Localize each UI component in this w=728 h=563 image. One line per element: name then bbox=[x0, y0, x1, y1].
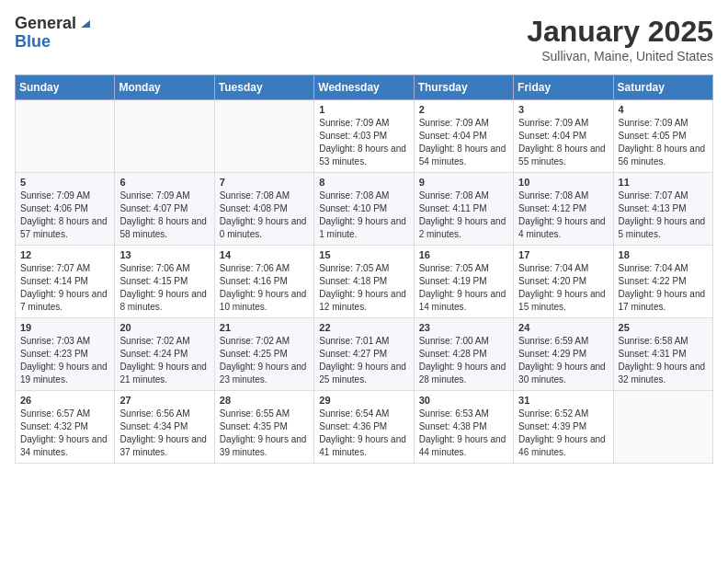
day-number: 15 bbox=[319, 249, 408, 260]
day-info: Sunrise: 7:02 AM Sunset: 4:25 PM Dayligh… bbox=[220, 335, 309, 386]
calendar-cell: 20Sunrise: 7:02 AM Sunset: 4:24 PM Dayli… bbox=[115, 318, 214, 391]
weekday-header: Saturday bbox=[613, 75, 712, 100]
calendar-cell: 8Sunrise: 7:08 AM Sunset: 4:10 PM Daylig… bbox=[314, 173, 414, 246]
calendar-cell: 22Sunrise: 7:01 AM Sunset: 4:27 PM Dayli… bbox=[314, 318, 414, 391]
calendar-cell: 1Sunrise: 7:09 AM Sunset: 4:03 PM Daylig… bbox=[314, 100, 414, 173]
day-number: 22 bbox=[319, 322, 408, 333]
day-number: 3 bbox=[518, 104, 608, 115]
calendar-cell: 15Sunrise: 7:05 AM Sunset: 4:18 PM Dayli… bbox=[314, 246, 414, 318]
calendar-cell: 17Sunrise: 7:04 AM Sunset: 4:20 PM Dayli… bbox=[514, 246, 613, 318]
day-info: Sunrise: 7:08 AM Sunset: 4:11 PM Dayligh… bbox=[419, 190, 508, 241]
day-info: Sunrise: 7:06 AM Sunset: 4:15 PM Dayligh… bbox=[119, 262, 209, 314]
day-info: Sunrise: 6:58 AM Sunset: 4:31 PM Dayligh… bbox=[619, 335, 708, 386]
day-number: 4 bbox=[619, 104, 708, 115]
calendar-cell: 3Sunrise: 7:09 AM Sunset: 4:04 PM Daylig… bbox=[514, 100, 613, 173]
day-info: Sunrise: 7:01 AM Sunset: 4:27 PM Dayligh… bbox=[319, 335, 408, 386]
logo-general-text: General bbox=[15, 15, 76, 33]
day-info: Sunrise: 7:04 AM Sunset: 4:22 PM Dayligh… bbox=[619, 262, 708, 314]
day-number: 27 bbox=[119, 395, 209, 406]
calendar-cell: 5Sunrise: 7:09 AM Sunset: 4:06 PM Daylig… bbox=[16, 173, 115, 246]
day-info: Sunrise: 7:07 AM Sunset: 4:14 PM Dayligh… bbox=[20, 262, 109, 314]
weekday-header: Monday bbox=[115, 75, 214, 100]
calendar-cell: 31Sunrise: 6:52 AM Sunset: 4:39 PM Dayli… bbox=[514, 391, 613, 464]
calendar-cell bbox=[115, 100, 214, 173]
day-number: 17 bbox=[518, 249, 608, 260]
calendar-week-row: 5Sunrise: 7:09 AM Sunset: 4:06 PM Daylig… bbox=[16, 173, 713, 246]
calendar-cell: 10Sunrise: 7:08 AM Sunset: 4:12 PM Dayli… bbox=[514, 173, 613, 246]
day-info: Sunrise: 6:57 AM Sunset: 4:32 PM Dayligh… bbox=[20, 408, 109, 459]
calendar-cell: 23Sunrise: 7:00 AM Sunset: 4:28 PM Dayli… bbox=[414, 318, 513, 391]
day-info: Sunrise: 7:04 AM Sunset: 4:20 PM Dayligh… bbox=[518, 262, 608, 314]
day-info: Sunrise: 6:56 AM Sunset: 4:34 PM Dayligh… bbox=[119, 408, 209, 459]
day-number: 16 bbox=[419, 249, 508, 260]
day-info: Sunrise: 6:52 AM Sunset: 4:39 PM Dayligh… bbox=[518, 408, 608, 459]
day-number: 24 bbox=[518, 322, 608, 333]
calendar-cell: 11Sunrise: 7:07 AM Sunset: 4:13 PM Dayli… bbox=[613, 173, 712, 246]
day-number: 18 bbox=[619, 249, 708, 260]
day-info: Sunrise: 6:59 AM Sunset: 4:29 PM Dayligh… bbox=[518, 335, 608, 386]
day-number: 23 bbox=[419, 322, 508, 333]
calendar-week-row: 1Sunrise: 7:09 AM Sunset: 4:03 PM Daylig… bbox=[16, 100, 713, 173]
day-number: 21 bbox=[220, 322, 309, 333]
day-number: 6 bbox=[119, 177, 209, 188]
day-number: 12 bbox=[20, 249, 109, 260]
calendar-cell: 4Sunrise: 7:09 AM Sunset: 4:05 PM Daylig… bbox=[613, 100, 712, 173]
weekday-header: Tuesday bbox=[214, 75, 313, 100]
weekday-header: Thursday bbox=[414, 75, 513, 100]
day-info: Sunrise: 6:54 AM Sunset: 4:36 PM Dayligh… bbox=[319, 408, 408, 459]
day-number: 5 bbox=[20, 177, 109, 188]
day-info: Sunrise: 6:53 AM Sunset: 4:38 PM Dayligh… bbox=[419, 408, 508, 459]
calendar-cell: 16Sunrise: 7:05 AM Sunset: 4:19 PM Dayli… bbox=[414, 246, 513, 318]
day-info: Sunrise: 7:09 AM Sunset: 4:04 PM Dayligh… bbox=[419, 117, 508, 168]
calendar-cell: 7Sunrise: 7:08 AM Sunset: 4:08 PM Daylig… bbox=[214, 173, 313, 246]
calendar-cell: 13Sunrise: 7:06 AM Sunset: 4:15 PM Dayli… bbox=[115, 246, 214, 318]
day-info: Sunrise: 7:08 AM Sunset: 4:10 PM Dayligh… bbox=[319, 190, 408, 241]
day-number: 9 bbox=[419, 177, 508, 188]
day-number: 2 bbox=[419, 104, 508, 115]
calendar-cell bbox=[214, 100, 313, 173]
day-number: 1 bbox=[319, 104, 408, 115]
calendar-cell: 21Sunrise: 7:02 AM Sunset: 4:25 PM Dayli… bbox=[214, 318, 313, 391]
day-info: Sunrise: 7:03 AM Sunset: 4:23 PM Dayligh… bbox=[20, 335, 109, 386]
day-info: Sunrise: 7:05 AM Sunset: 4:18 PM Dayligh… bbox=[319, 262, 408, 314]
day-number: 30 bbox=[419, 395, 508, 406]
day-number: 14 bbox=[220, 249, 309, 260]
calendar-cell: 6Sunrise: 7:09 AM Sunset: 4:07 PM Daylig… bbox=[115, 173, 214, 246]
weekday-header: Sunday bbox=[16, 75, 115, 100]
day-number: 28 bbox=[220, 395, 309, 406]
calendar-cell: 14Sunrise: 7:06 AM Sunset: 4:16 PM Dayli… bbox=[214, 246, 313, 318]
calendar-week-row: 26Sunrise: 6:57 AM Sunset: 4:32 PM Dayli… bbox=[16, 391, 713, 464]
svg-marker-0 bbox=[81, 20, 90, 28]
day-info: Sunrise: 7:09 AM Sunset: 4:03 PM Dayligh… bbox=[319, 117, 408, 168]
day-info: Sunrise: 7:05 AM Sunset: 4:19 PM Dayligh… bbox=[419, 262, 508, 314]
title-block: January 2025 Sullivan, Maine, United Sta… bbox=[527, 15, 713, 63]
calendar-week-row: 19Sunrise: 7:03 AM Sunset: 4:23 PM Dayli… bbox=[16, 318, 713, 391]
day-info: Sunrise: 7:08 AM Sunset: 4:12 PM Dayligh… bbox=[518, 190, 608, 241]
day-info: Sunrise: 7:09 AM Sunset: 4:05 PM Dayligh… bbox=[619, 117, 708, 168]
day-number: 31 bbox=[518, 395, 608, 406]
calendar-cell: 27Sunrise: 6:56 AM Sunset: 4:34 PM Dayli… bbox=[115, 391, 214, 464]
day-info: Sunrise: 7:00 AM Sunset: 4:28 PM Dayligh… bbox=[419, 335, 508, 386]
calendar-cell: 12Sunrise: 7:07 AM Sunset: 4:14 PM Dayli… bbox=[16, 246, 115, 318]
day-info: Sunrise: 7:09 AM Sunset: 4:06 PM Dayligh… bbox=[20, 190, 109, 241]
calendar-cell: 9Sunrise: 7:08 AM Sunset: 4:11 PM Daylig… bbox=[414, 173, 513, 246]
calendar-cell bbox=[16, 100, 115, 173]
day-info: Sunrise: 7:08 AM Sunset: 4:08 PM Dayligh… bbox=[220, 190, 309, 241]
day-info: Sunrise: 7:09 AM Sunset: 4:07 PM Dayligh… bbox=[119, 190, 209, 241]
weekday-header: Friday bbox=[514, 75, 613, 100]
calendar-cell: 19Sunrise: 7:03 AM Sunset: 4:23 PM Dayli… bbox=[16, 318, 115, 391]
day-number: 10 bbox=[518, 177, 608, 188]
month-title: January 2025 bbox=[527, 15, 713, 49]
calendar-week-row: 12Sunrise: 7:07 AM Sunset: 4:14 PM Dayli… bbox=[16, 246, 713, 318]
logo-icon bbox=[79, 17, 92, 29]
day-number: 25 bbox=[619, 322, 708, 333]
calendar-table: SundayMondayTuesdayWednesdayThursdayFrid… bbox=[15, 75, 713, 464]
calendar-cell: 24Sunrise: 6:59 AM Sunset: 4:29 PM Dayli… bbox=[514, 318, 613, 391]
day-number: 8 bbox=[319, 177, 408, 188]
day-info: Sunrise: 7:06 AM Sunset: 4:16 PM Dayligh… bbox=[220, 262, 309, 314]
calendar-cell: 18Sunrise: 7:04 AM Sunset: 4:22 PM Dayli… bbox=[613, 246, 712, 318]
calendar-cell: 29Sunrise: 6:54 AM Sunset: 4:36 PM Dayli… bbox=[314, 391, 414, 464]
day-info: Sunrise: 7:02 AM Sunset: 4:24 PM Dayligh… bbox=[119, 335, 209, 386]
weekday-header-row: SundayMondayTuesdayWednesdayThursdayFrid… bbox=[16, 75, 713, 100]
day-number: 19 bbox=[20, 322, 109, 333]
